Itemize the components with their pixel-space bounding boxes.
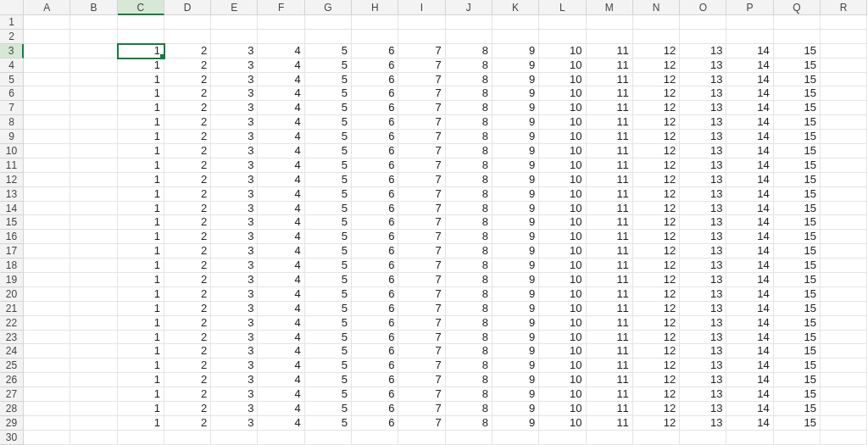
cell-C19[interactable]: 1 (118, 273, 164, 287)
cell-L26[interactable]: 10 (539, 373, 586, 387)
cell-C13[interactable]: 1 (118, 187, 164, 202)
row-header-10[interactable]: 10 (0, 144, 24, 159)
cell-Q4[interactable]: 15 (774, 58, 821, 73)
cell-D6[interactable]: 2 (164, 86, 211, 101)
cell-H15[interactable]: 6 (352, 215, 398, 230)
cell-B19[interactable] (70, 273, 117, 287)
column-header-B[interactable]: B (70, 0, 117, 15)
cell-R11[interactable] (821, 159, 867, 173)
cell-I26[interactable]: 7 (398, 373, 445, 387)
cell-B3[interactable] (70, 44, 117, 58)
row-header-19[interactable]: 19 (0, 273, 24, 287)
cell-N1[interactable] (633, 15, 680, 30)
column-header-M[interactable]: M (587, 0, 633, 15)
cell-H28[interactable]: 6 (352, 402, 398, 416)
cell-L7[interactable]: 10 (539, 101, 586, 115)
cell-G9[interactable]: 5 (305, 130, 352, 144)
cell-P11[interactable]: 14 (726, 159, 773, 173)
cell-Q6[interactable]: 15 (774, 86, 821, 101)
cell-Q5[interactable]: 15 (774, 73, 821, 87)
cell-Q25[interactable]: 15 (774, 359, 821, 373)
cell-M1[interactable] (587, 15, 633, 30)
cell-G2[interactable] (305, 30, 352, 44)
cell-D30[interactable] (164, 431, 211, 445)
cell-P14[interactable]: 14 (726, 202, 773, 216)
cell-A27[interactable] (24, 387, 70, 402)
cell-F4[interactable]: 4 (258, 58, 304, 73)
cell-J14[interactable]: 8 (446, 202, 492, 216)
cell-N6[interactable]: 12 (633, 86, 680, 101)
cell-J8[interactable]: 8 (446, 115, 492, 130)
cell-J9[interactable]: 8 (446, 130, 492, 144)
cell-E24[interactable]: 3 (211, 344, 258, 359)
cell-L4[interactable]: 10 (539, 58, 586, 73)
cell-G13[interactable]: 5 (305, 187, 352, 202)
cell-J17[interactable]: 8 (446, 244, 492, 259)
cell-N28[interactable]: 12 (633, 402, 680, 416)
cell-F29[interactable]: 4 (258, 416, 304, 431)
cell-G22[interactable]: 5 (305, 316, 352, 331)
cell-B13[interactable] (70, 187, 117, 202)
row-header-25[interactable]: 25 (0, 359, 24, 373)
cell-I14[interactable]: 7 (398, 202, 445, 216)
cell-A14[interactable] (24, 202, 70, 216)
cell-O30[interactable] (680, 431, 726, 445)
row-header-22[interactable]: 22 (0, 316, 24, 331)
cell-I1[interactable] (398, 15, 445, 30)
cell-M14[interactable]: 11 (587, 202, 633, 216)
cell-O9[interactable]: 13 (680, 130, 726, 144)
cell-D17[interactable]: 2 (164, 244, 211, 259)
cell-E15[interactable]: 3 (211, 215, 258, 230)
cell-J24[interactable]: 8 (446, 344, 492, 359)
cell-E5[interactable]: 3 (211, 73, 258, 87)
cell-M27[interactable]: 11 (587, 387, 633, 402)
cell-N5[interactable]: 12 (633, 73, 680, 87)
cell-G29[interactable]: 5 (305, 416, 352, 431)
cell-B20[interactable] (70, 287, 117, 302)
cell-O19[interactable]: 13 (680, 273, 726, 287)
cell-O24[interactable]: 13 (680, 344, 726, 359)
cell-J2[interactable] (446, 30, 492, 44)
cell-A12[interactable] (24, 173, 70, 187)
cell-P7[interactable]: 14 (726, 101, 773, 115)
cell-P3[interactable]: 14 (726, 44, 773, 58)
cell-J22[interactable]: 8 (446, 316, 492, 331)
cell-E21[interactable]: 3 (211, 302, 258, 316)
cell-A1[interactable] (24, 15, 70, 30)
cell-H18[interactable]: 6 (352, 259, 398, 273)
cell-K9[interactable]: 9 (492, 130, 539, 144)
column-header-H[interactable]: H (352, 0, 398, 15)
cell-R16[interactable] (821, 230, 867, 244)
cell-Q30[interactable] (774, 431, 821, 445)
cell-D19[interactable]: 2 (164, 273, 211, 287)
cell-R19[interactable] (821, 273, 867, 287)
column-header-D[interactable]: D (164, 0, 211, 15)
cell-A7[interactable] (24, 101, 70, 115)
cell-J30[interactable] (446, 431, 492, 445)
cell-P1[interactable] (726, 15, 773, 30)
cell-O11[interactable]: 13 (680, 159, 726, 173)
cell-B24[interactable] (70, 344, 117, 359)
cell-B8[interactable] (70, 115, 117, 130)
cell-Q27[interactable]: 15 (774, 387, 821, 402)
cell-F17[interactable]: 4 (258, 244, 304, 259)
cell-O13[interactable]: 13 (680, 187, 726, 202)
cell-D16[interactable]: 2 (164, 230, 211, 244)
cell-N2[interactable] (633, 30, 680, 44)
cell-N16[interactable]: 12 (633, 230, 680, 244)
cell-G26[interactable]: 5 (305, 373, 352, 387)
cell-C25[interactable]: 1 (118, 359, 164, 373)
cell-P20[interactable]: 14 (726, 287, 773, 302)
row-header-20[interactable]: 20 (0, 287, 24, 302)
column-header-Q[interactable]: Q (774, 0, 821, 15)
cell-C20[interactable]: 1 (118, 287, 164, 302)
cell-C23[interactable]: 1 (118, 331, 164, 345)
cell-C4[interactable]: 1 (118, 58, 164, 73)
cell-D23[interactable]: 2 (164, 331, 211, 345)
cell-A10[interactable] (24, 144, 70, 159)
cell-B15[interactable] (70, 215, 117, 230)
row-header-21[interactable]: 21 (0, 302, 24, 316)
cell-A25[interactable] (24, 359, 70, 373)
cell-I17[interactable]: 7 (398, 244, 445, 259)
cell-D15[interactable]: 2 (164, 215, 211, 230)
